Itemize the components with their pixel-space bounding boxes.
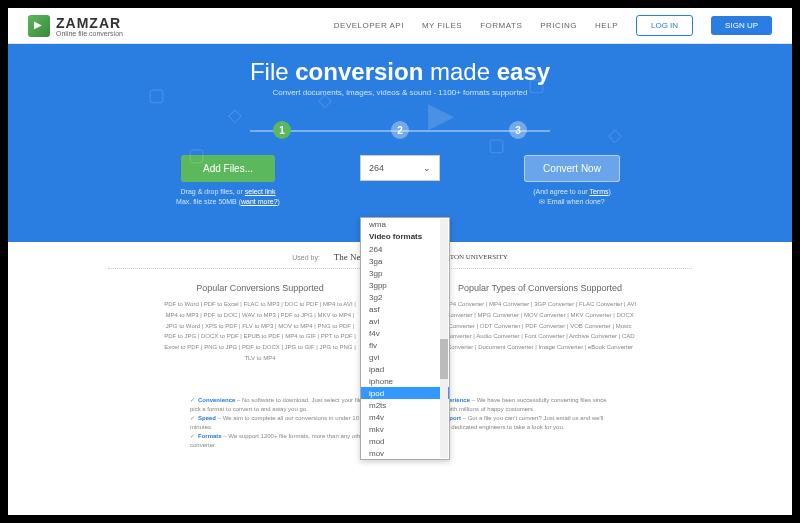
dd-item[interactable]: m4v xyxy=(361,411,449,423)
why-formats: ✓Formats – We support 1200+ file formats… xyxy=(190,432,370,450)
format-select[interactable]: 264 ⌄ xyxy=(360,155,440,181)
scrollbar-thumb[interactable] xyxy=(440,339,448,379)
popular-left-links[interactable]: PDF to Word | PDF to Excel | FLAC to MP3… xyxy=(160,299,360,364)
why-convenience: ✓Convenience – No software to download. … xyxy=(190,396,370,414)
logo-icon xyxy=(28,15,50,37)
format-selected-value: 264 xyxy=(369,163,384,173)
login-button[interactable]: LOG IN xyxy=(636,15,693,36)
hero-bg-decoration: ▢◇ ▢◇ ▢▶ ▢◇ xyxy=(8,44,792,242)
dd-item[interactable]: 264 xyxy=(361,243,449,255)
nav-files[interactable]: MY FILES xyxy=(422,21,462,30)
dd-item[interactable]: 3gp xyxy=(361,267,449,279)
popular-right-links[interactable]: MP4 Converter | MP4 Converter | 3GP Conv… xyxy=(440,299,640,353)
dd-item[interactable]: 3ga xyxy=(361,255,449,267)
dropdown-scrollbar[interactable] xyxy=(440,219,448,458)
popular-left-title: Popular Conversions Supported xyxy=(160,283,360,293)
dd-item[interactable]: iphone xyxy=(361,375,449,387)
logo[interactable]: ZAMZAR Online file conversion xyxy=(28,14,123,37)
brand-name: ZAMZAR xyxy=(56,15,121,31)
nav-formats[interactable]: FORMATS xyxy=(480,21,522,30)
dd-item[interactable]: mov xyxy=(361,447,449,459)
nav-help[interactable]: HELP xyxy=(595,21,618,30)
dd-item[interactable]: 3g2 xyxy=(361,291,449,303)
why-experience: ✓Experience – We have been successfully … xyxy=(430,396,610,414)
dd-item-selected[interactable]: ipod xyxy=(361,387,449,399)
step-3: 3 xyxy=(509,121,527,139)
signup-button[interactable]: SIGN UP xyxy=(711,16,772,35)
nav-pricing[interactable]: PRICING xyxy=(540,21,577,30)
chevron-down-icon: ⌄ xyxy=(423,163,431,173)
dd-item[interactable]: ipad xyxy=(361,363,449,375)
step-2: 2 xyxy=(391,121,409,139)
brand-tagline: Online file conversion xyxy=(56,30,123,37)
dd-item[interactable]: mod xyxy=(361,435,449,447)
popular-right-title: Popular Types of Conversions Supported xyxy=(440,283,640,293)
dd-item[interactable]: f4v xyxy=(361,327,449,339)
step-1: 1 xyxy=(273,121,291,139)
dd-item[interactable]: avi xyxy=(361,315,449,327)
usedby-label: Used by: xyxy=(292,254,320,261)
why-support: ✓Support – Got a file you can't convert?… xyxy=(430,414,610,432)
dd-header: Video formats xyxy=(361,230,449,243)
dd-item[interactable]: 3gpp xyxy=(361,279,449,291)
nav-api[interactable]: DEVELOPER API xyxy=(334,21,404,30)
dd-item[interactable]: asf xyxy=(361,303,449,315)
dd-item[interactable]: m2ts xyxy=(361,399,449,411)
dd-item[interactable]: mkv xyxy=(361,423,449,435)
dd-item[interactable]: wma xyxy=(361,218,449,230)
dd-item[interactable]: gvi xyxy=(361,351,449,363)
format-dropdown[interactable]: wma Video formats 264 3ga 3gp 3gpp 3g2 a… xyxy=(360,217,450,460)
dd-item[interactable]: flv xyxy=(361,339,449,351)
why-speed: ✓Speed – We aim to complete all our conv… xyxy=(190,414,370,432)
